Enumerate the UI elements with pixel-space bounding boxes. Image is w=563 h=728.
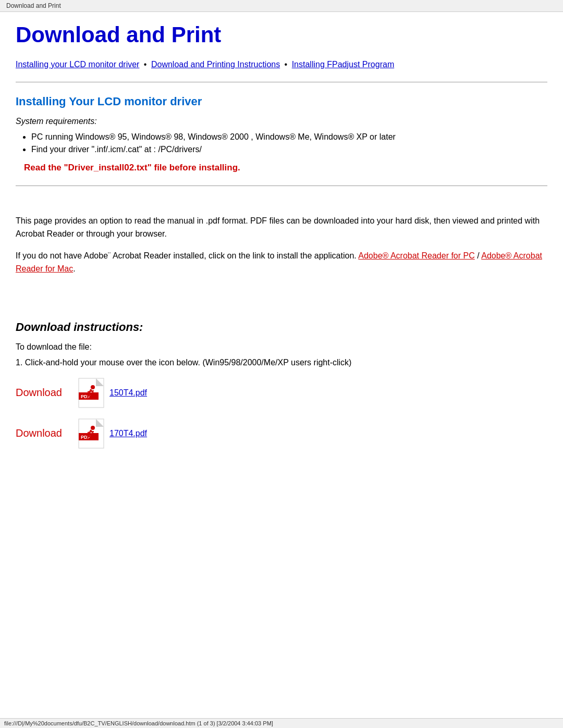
acrobat-links: If you do not have Adobe¨ Acrobat Reader… <box>16 249 547 276</box>
warning-text: Read the "Driver_install02.txt" file bef… <box>24 163 547 173</box>
download-label-2: Download <box>16 427 73 439</box>
pdf-icon-2[interactable]: PDF <box>78 418 104 449</box>
svg-point-16 <box>91 426 95 430</box>
pdf-icon-1[interactable]: PDF <box>78 378 104 408</box>
page-title: Download and Print <box>16 22 547 47</box>
acrobat-link-pc[interactable]: Adobe® Acrobat Reader for PC <box>358 251 474 260</box>
svg-point-5 <box>91 385 95 389</box>
nav-link-download-instructions[interactable]: Download and Printing Instructions <box>151 60 280 69</box>
status-bar: file:///D|/My%20documents/dfu/B2C_TV/ENG… <box>0 718 563 728</box>
pdf-link-2[interactable]: 170T4.pdf <box>109 429 147 438</box>
download-item-2: Download PDF 170T4.pdf <box>16 418 547 449</box>
nav-bullet-2: • <box>282 60 290 69</box>
pdf-intro: This page provides an option to read the… <box>16 214 547 241</box>
divider-1 <box>16 82 547 82</box>
browser-tab: Download and Print <box>0 0 563 12</box>
pdf-link-1[interactable]: 150T4.pdf <box>109 388 147 398</box>
download-instructions-title: Download instructions: <box>16 320 547 334</box>
period: . <box>73 264 75 273</box>
acrobat-text: If you do not have Adobe¨ Acrobat Reader… <box>16 251 357 260</box>
nav-link-fpadjust[interactable]: Installing FPadjust Program <box>292 60 395 69</box>
status-bar-text: file:///D|/My%20documents/dfu/B2C_TV/ENG… <box>4 720 273 726</box>
page-content: Download and Print Installing your LCD m… <box>0 12 563 480</box>
list-item: PC running Windows® 95, Windows® 98, Win… <box>31 132 547 142</box>
browser-tab-label: Download and Print <box>6 2 61 9</box>
download-intro: To download the file: <box>16 342 547 352</box>
list-item: Find your driver ".inf/.icm/.cat" at : /… <box>31 145 547 154</box>
download-item-1: Download PDF 150T4.pdf <box>16 378 547 408</box>
requirements-list: PC running Windows® 95, Windows® 98, Win… <box>31 132 547 154</box>
nav-link-lcd-driver[interactable]: Installing your LCD monitor driver <box>16 60 139 69</box>
download-label-1: Download <box>16 387 73 399</box>
slash: / <box>475 251 481 260</box>
download-step-1: 1. Click-and-hold your mouse over the ic… <box>16 358 547 367</box>
nav-links: Installing your LCD monitor driver • Dow… <box>16 58 547 71</box>
divider-2 <box>16 186 547 186</box>
nav-bullet-1: • <box>141 60 149 69</box>
system-req-label: System requirements: <box>16 117 547 126</box>
section1-title: Installing Your LCD monitor driver <box>16 95 547 108</box>
